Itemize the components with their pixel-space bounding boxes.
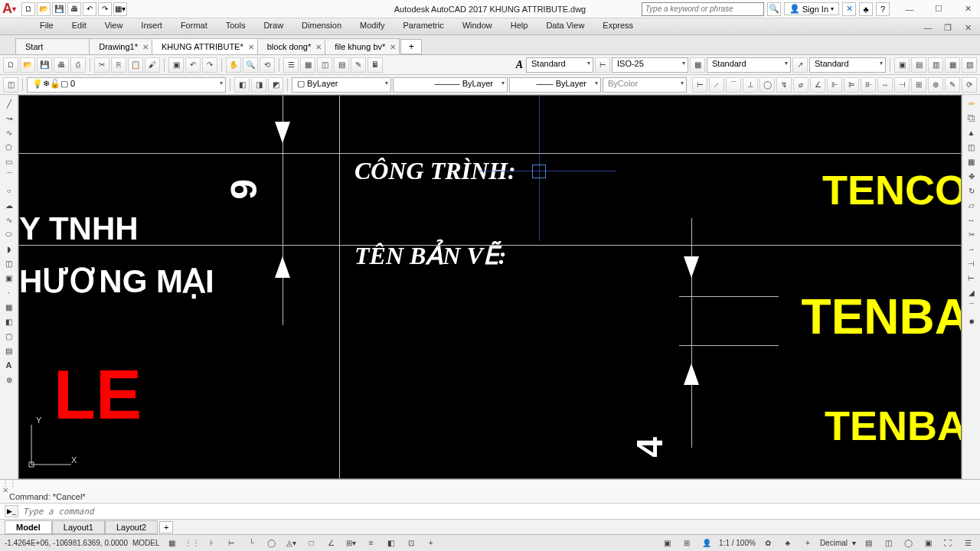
save-icon[interactable]: 💾 [37, 57, 52, 73]
copy-icon[interactable]: ⿻ [964, 111, 979, 125]
line-icon[interactable]: ╱ [2, 96, 17, 110]
layeriso-icon[interactable]: ◧ [234, 77, 250, 93]
isolate-icon[interactable]: ▣ [920, 537, 936, 549]
close-icon[interactable]: ✕ [390, 43, 396, 51]
dimupdate-icon[interactable]: ⟳ [962, 77, 977, 93]
plot-icon[interactable]: 🖶 [54, 57, 69, 73]
lineweight-dropdown[interactable]: —— ByLayer [509, 77, 601, 93]
new-icon[interactable]: 🗋 [3, 57, 18, 73]
circle-icon[interactable]: ○ [2, 184, 17, 197]
dim-ordinate-icon[interactable]: ⊥ [743, 77, 758, 93]
doc-restore-icon[interactable]: ❐ [940, 20, 956, 35]
toolpalette-icon[interactable]: ◫ [317, 57, 332, 73]
layer-dropdown[interactable]: 💡❄🔓▢ 0 [27, 77, 226, 93]
drawing-canvas[interactable]: 9 4 Y TNHH HƯƠNG MẠI LE CÔNG TRÌNH: TÊN … [18, 95, 962, 479]
search-input[interactable] [642, 2, 764, 16]
menu-insert[interactable]: Insert [132, 18, 172, 34]
osnap-icon[interactable]: □ [304, 537, 319, 549]
menu-file[interactable]: File [31, 18, 63, 34]
extend-icon[interactable]: → [964, 242, 979, 256]
menu-edit[interactable]: Edit [63, 18, 96, 34]
annovis-icon[interactable]: ♣ [780, 537, 795, 549]
arc-icon[interactable]: ⌒ [2, 169, 17, 183]
spline-icon[interactable]: ∿ [2, 126, 17, 139]
array-icon[interactable]: ▦ [964, 155, 979, 168]
cleanscreen-icon[interactable]: ⛶ [940, 537, 956, 549]
tablestyle-dropdown[interactable]: Standard [707, 57, 791, 73]
ws1-icon[interactable]: ▣ [894, 57, 910, 73]
close-icon[interactable]: ✕ [960, 2, 975, 17]
menu-format[interactable]: Format [172, 18, 217, 34]
region-icon[interactable]: ▢ [2, 329, 17, 343]
linetype-dropdown[interactable]: ——— ByLayer [393, 77, 508, 93]
infer-icon[interactable]: ⊦ [204, 537, 220, 549]
ws2-icon[interactable]: ▤ [911, 57, 926, 73]
search-icon[interactable]: 🔍 [767, 2, 781, 16]
gear-icon[interactable]: ✿ [760, 537, 776, 549]
scale-icon[interactable]: ▱ [964, 198, 979, 212]
add-layout-button[interactable]: + [159, 521, 173, 533]
dim-radius-icon[interactable]: ◯ [760, 77, 775, 93]
3dosnap-icon[interactable]: ∠ [324, 537, 339, 549]
mirror-icon[interactable]: ▲ [964, 126, 979, 139]
menu-help[interactable]: Help [501, 18, 537, 34]
save-icon[interactable]: 💾 [52, 2, 66, 16]
polar-icon[interactable]: ◯ [264, 537, 279, 549]
menu-draw[interactable]: Draw [254, 18, 292, 34]
redo-icon[interactable]: ↷ [98, 2, 112, 16]
doc-close-icon[interactable]: ✕ [960, 20, 975, 35]
ws3-icon[interactable]: ▥ [928, 57, 943, 73]
tab-block-dong[interactable]: block dong*✕ [257, 38, 326, 54]
plotstyle-dropdown[interactable]: ByColor [603, 77, 687, 93]
dim-angular-icon[interactable]: ∠ [810, 77, 825, 93]
iso-icon[interactable]: ◬▾ [284, 537, 299, 549]
offset-icon[interactable]: ◫ [964, 140, 979, 154]
stretch-icon[interactable]: ↔ [964, 213, 979, 227]
maximize-icon[interactable]: ☐ [931, 2, 946, 17]
otrack-icon[interactable]: ⊞▾ [344, 537, 359, 549]
properties-icon[interactable]: ☰ [283, 57, 299, 73]
signin-button[interactable]: 👤Sign In▾ [784, 2, 839, 15]
open-icon[interactable]: 📂 [37, 2, 51, 16]
hardware-icon[interactable]: ◯ [900, 537, 916, 549]
dimedit-icon[interactable]: ✎ [945, 77, 960, 93]
menu-parametric[interactable]: Parametric [394, 18, 452, 34]
paste-icon[interactable]: 📋 [128, 57, 143, 73]
dimstyle-icon[interactable]: ⊢ [595, 57, 610, 73]
undo-icon[interactable]: ↶ [83, 2, 96, 16]
new-icon[interactable]: 🗋 [21, 2, 35, 16]
fillet-icon[interactable]: ⌒ [964, 300, 979, 314]
menu-view[interactable]: View [96, 18, 132, 34]
menu-window[interactable]: Window [453, 18, 501, 34]
custom-icon[interactable]: ☰ [960, 537, 975, 549]
tab-start[interactable]: Start [15, 38, 90, 54]
close-icon[interactable]: ✕ [142, 43, 149, 51]
doc-minimize-icon[interactable]: — [920, 20, 936, 35]
tab-file-khung-bv[interactable]: file khung bv*✕ [325, 38, 400, 54]
mleaderstyle-icon[interactable]: ↗ [792, 57, 808, 73]
dim-linear-icon[interactable]: ⊢ [692, 77, 707, 93]
command-prompt-icon[interactable]: ▶_ [5, 505, 18, 517]
scale-label[interactable]: 1:1 / 100% [719, 539, 756, 547]
workspace-icon[interactable]: ▦▾ [113, 2, 127, 16]
menu-dimension[interactable]: Dimension [292, 18, 351, 34]
menu-modify[interactable]: Modify [351, 18, 394, 34]
erase-icon[interactable]: ✏ [964, 96, 979, 110]
sheetset-icon[interactable]: ▤ [334, 57, 349, 73]
chamfer-icon[interactable]: ◢ [964, 285, 979, 299]
new-tab-button[interactable]: + [400, 39, 422, 54]
hatch-icon[interactable]: ▦ [2, 300, 17, 314]
dim-diameter-icon[interactable]: ⌀ [793, 77, 808, 93]
redo-icon[interactable]: ↷ [202, 57, 217, 73]
dim-arc-icon[interactable]: ⌒ [726, 77, 741, 93]
annomonitor-icon[interactable]: + [423, 537, 439, 549]
ws-icon[interactable]: + [800, 537, 815, 549]
command-input[interactable] [23, 507, 975, 517]
matchprop-icon[interactable]: 🖌 [145, 57, 160, 73]
tab-khung-attribute[interactable]: KHUNG ATTRIBUTE*✕ [152, 38, 258, 54]
print-icon[interactable]: 🖶 [67, 2, 81, 16]
grid-icon[interactable]: ▦ [165, 537, 180, 549]
close-icon[interactable]: ✕ [315, 43, 322, 51]
ellipse-icon[interactable]: ⬭ [2, 227, 17, 241]
dim-aligned-icon[interactable]: ⟋ [709, 77, 724, 93]
